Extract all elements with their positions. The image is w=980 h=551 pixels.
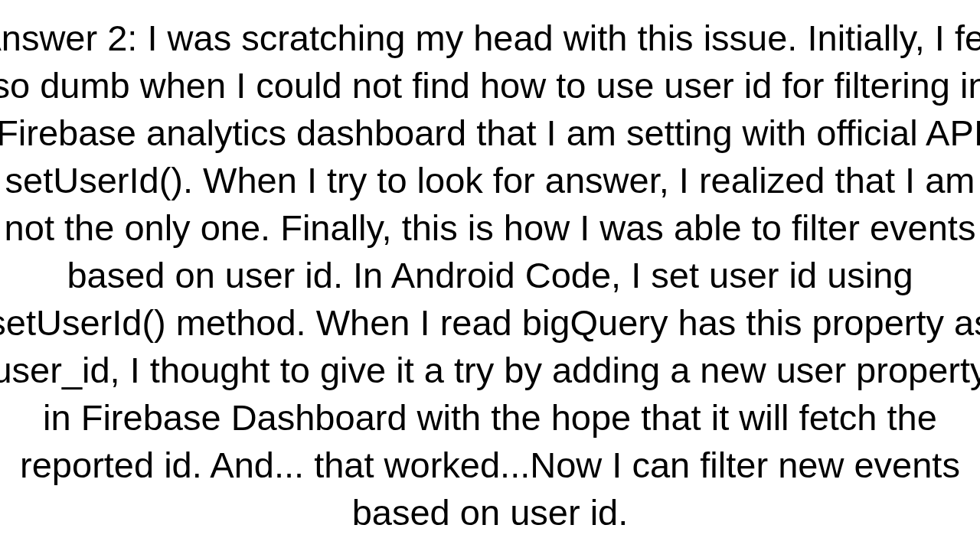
answer-block: Answer 2: I was scratching my head with …	[0, 15, 980, 536]
document-page: Answer 2: I was scratching my head with …	[0, 0, 980, 551]
answer-label: Answer 2:	[0, 18, 137, 58]
answer-body: I was scratching my head with this issue…	[0, 18, 980, 533]
